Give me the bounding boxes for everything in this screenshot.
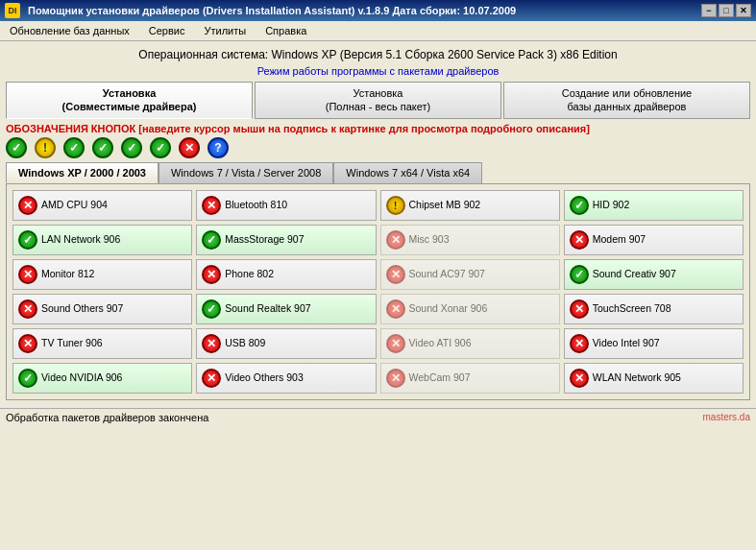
driver-label: Video ATI 906 bbox=[409, 337, 472, 349]
os-tab-win7[interactable]: Windows 7 / Vista / Server 2008 bbox=[159, 162, 333, 183]
driver-status-icon: ✕ bbox=[570, 299, 589, 319]
legend-icon-2[interactable]: ! bbox=[35, 137, 56, 158]
driver-status-icon: ✓ bbox=[570, 196, 589, 215]
driver-label: Sound Creativ 907 bbox=[593, 268, 676, 280]
legend-icon-4[interactable]: ✓ bbox=[92, 137, 113, 158]
driver-item[interactable]: ✓Sound Creativ 907 bbox=[564, 259, 744, 290]
window-title: Помощник установки драйверов (Drivers In… bbox=[28, 5, 516, 16]
driver-item[interactable]: ✕Video ATI 906 bbox=[380, 328, 560, 359]
driver-label: Misc 903 bbox=[409, 233, 450, 246]
driver-item[interactable]: ✕Sound AC97 907 bbox=[380, 259, 560, 290]
driver-item[interactable]: ✕Sound Others 907 bbox=[12, 294, 192, 324]
close-button[interactable]: ✕ bbox=[736, 4, 751, 17]
driver-label: Sound AC97 907 bbox=[409, 268, 485, 280]
driver-label: Video Intel 907 bbox=[593, 337, 660, 349]
driver-label: Modem 907 bbox=[593, 233, 646, 246]
driver-item[interactable]: ✓LAN Network 906 bbox=[12, 225, 192, 255]
driver-item[interactable]: ✕Modem 907 bbox=[564, 225, 744, 255]
driver-label: HID 902 bbox=[593, 199, 630, 211]
driver-item[interactable]: ✓MassStorage 907 bbox=[196, 225, 376, 255]
driver-status-icon: ✕ bbox=[386, 299, 405, 319]
driver-status-icon: ✕ bbox=[386, 230, 405, 250]
driver-item[interactable]: ✕WLAN Network 905 bbox=[564, 363, 744, 394]
driver-status-icon: ✕ bbox=[18, 196, 37, 215]
install-tabs: Установка (Совместимые драйвера) Установ… bbox=[6, 82, 750, 119]
legend-icon-7[interactable]: ✕ bbox=[179, 137, 200, 158]
driver-status-icon: ✓ bbox=[570, 265, 589, 284]
os-title: Операционная система: Windows XP (Версия… bbox=[6, 45, 750, 64]
minimize-button[interactable]: − bbox=[701, 4, 717, 17]
driver-status-icon: ✕ bbox=[202, 334, 221, 353]
driver-label: Sound Others 907 bbox=[41, 302, 123, 315]
tab-full[interactable]: Установка (Полная - весь пакет) bbox=[255, 82, 501, 119]
legend-icons: ✓ ! ✓ ✓ ✓ ✓ ✕ ? bbox=[6, 137, 750, 158]
driver-item[interactable]: ✕USB 809 bbox=[196, 328, 376, 359]
driver-label: Sound Xonar 906 bbox=[409, 302, 488, 315]
driver-item[interactable]: ✕Phone 802 bbox=[196, 259, 376, 290]
status-text: Обработка пакетов драйверов закончена bbox=[6, 412, 208, 423]
driver-label: TouchScreen 708 bbox=[593, 302, 671, 315]
driver-label: Sound Realtek 907 bbox=[225, 302, 310, 315]
driver-item[interactable]: ✕Video Intel 907 bbox=[564, 328, 744, 359]
driver-label: Monitor 812 bbox=[41, 268, 94, 280]
main-area: Операционная система: Windows XP (Версия… bbox=[0, 41, 756, 404]
title-bar-left: DI Помощник установки драйверов (Drivers… bbox=[5, 3, 516, 18]
menu-service[interactable]: Сервис bbox=[143, 23, 191, 38]
driver-status-icon: ✕ bbox=[386, 369, 405, 388]
driver-item[interactable]: ✓Sound Realtek 907 bbox=[196, 294, 376, 324]
driver-label: Phone 802 bbox=[225, 268, 274, 280]
tab-compatible[interactable]: Установка (Совместимые драйвера) bbox=[6, 82, 253, 119]
driver-status-icon: ✕ bbox=[570, 369, 589, 388]
menu-help[interactable]: Справка bbox=[259, 23, 312, 38]
legend-icon-5[interactable]: ✓ bbox=[121, 137, 142, 158]
driver-status-icon: ! bbox=[386, 196, 405, 215]
legend-icon-8[interactable]: ? bbox=[207, 137, 229, 158]
menu-utils[interactable]: Утилиты bbox=[198, 23, 252, 38]
legend-icon-6[interactable]: ✓ bbox=[150, 137, 171, 158]
driver-label: Video NVIDIA 906 bbox=[41, 371, 122, 384]
os-tabs: Windows XP / 2000 / 2003 Windows 7 / Vis… bbox=[6, 162, 750, 183]
driver-status-icon: ✕ bbox=[202, 369, 221, 388]
maximize-button[interactable]: □ bbox=[719, 4, 734, 17]
driver-item[interactable]: !Chipset MB 902 bbox=[380, 190, 560, 221]
driver-item[interactable]: ✕Sound Xonar 906 bbox=[380, 294, 560, 324]
driver-item[interactable]: ✓HID 902 bbox=[564, 190, 744, 221]
app-icon: DI bbox=[5, 3, 20, 18]
driver-label: MassStorage 907 bbox=[225, 233, 304, 246]
watermark-text: masters.da bbox=[703, 412, 750, 422]
os-tab-win7x64[interactable]: Windows 7 x64 / Vista x64 bbox=[333, 162, 482, 183]
driver-panel: ✕AMD CPU 904✕Bluetooth 810!Chipset MB 90… bbox=[6, 183, 750, 400]
driver-grid: ✕AMD CPU 904✕Bluetooth 810!Chipset MB 90… bbox=[12, 190, 744, 394]
driver-label: USB 809 bbox=[225, 337, 265, 349]
driver-item[interactable]: ✕WebCam 907 bbox=[380, 363, 560, 394]
driver-item[interactable]: ✕Monitor 812 bbox=[12, 259, 192, 290]
mode-label: Режим работы программы с пакетами драйве… bbox=[6, 64, 750, 78]
driver-item[interactable]: ✓Video NVIDIA 906 bbox=[12, 363, 192, 394]
menu-bar: Обновление баз данных Сервис Утилиты Спр… bbox=[0, 21, 756, 41]
driver-item[interactable]: ✕Video Others 903 bbox=[196, 363, 376, 394]
legend-icon-1[interactable]: ✓ bbox=[6, 137, 27, 158]
driver-status-icon: ✓ bbox=[202, 299, 221, 319]
legend-title: ОБОЗНАЧЕНИЯ КНОПОК [наведите курсор мыши… bbox=[6, 123, 750, 134]
driver-label: Video Others 903 bbox=[225, 371, 304, 384]
legend-section: ОБОЗНАЧЕНИЯ КНОПОК [наведите курсор мыши… bbox=[6, 123, 750, 158]
driver-status-icon: ✓ bbox=[18, 230, 37, 250]
status-bar: Обработка пакетов драйверов закончена ma… bbox=[0, 408, 756, 426]
driver-label: TV Tuner 906 bbox=[41, 337, 103, 349]
legend-icon-3[interactable]: ✓ bbox=[63, 137, 85, 158]
driver-item[interactable]: ✕AMD CPU 904 bbox=[12, 190, 192, 221]
driver-status-icon: ✕ bbox=[570, 334, 589, 353]
driver-item[interactable]: ✕TV Tuner 906 bbox=[12, 328, 192, 359]
driver-status-icon: ✕ bbox=[386, 265, 405, 284]
driver-status-icon: ✕ bbox=[18, 299, 37, 319]
driver-status-icon: ✕ bbox=[18, 265, 37, 284]
driver-item[interactable]: ✕TouchScreen 708 bbox=[564, 294, 744, 324]
driver-item[interactable]: ✕Misc 903 bbox=[380, 225, 560, 255]
driver-label: WebCam 907 bbox=[409, 371, 471, 384]
os-tab-xp[interactable]: Windows XP / 2000 / 2003 bbox=[6, 162, 159, 183]
driver-label: Bluetooth 810 bbox=[225, 199, 287, 211]
driver-item[interactable]: ✕Bluetooth 810 bbox=[196, 190, 376, 221]
tab-create-db[interactable]: Создание или обновление базы данных драй… bbox=[503, 82, 750, 119]
title-bar: DI Помощник установки драйверов (Drivers… bbox=[0, 0, 756, 21]
menu-update[interactable]: Обновление баз данных bbox=[4, 23, 135, 38]
